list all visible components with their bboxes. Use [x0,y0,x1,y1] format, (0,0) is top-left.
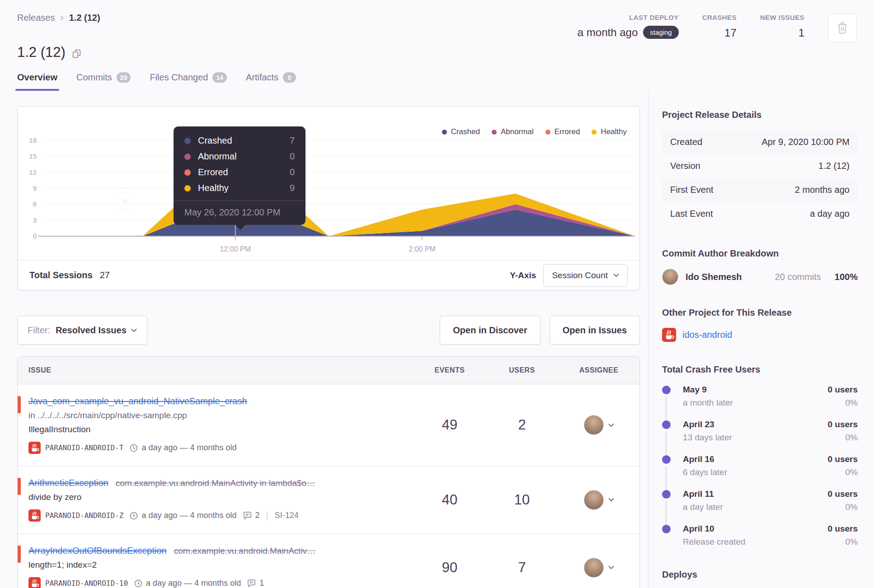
detail-value: 2 months ago [795,185,850,195]
project-badge[interactable]: PARANOID-ANDROID-10 [28,577,128,588]
chevron-down-icon [131,328,137,332]
timeline-desc: 6 days later [683,467,727,477]
chevron-down-icon [608,565,614,569]
timeline-desc: Release created [683,537,745,547]
detail-value: 1.2 (12) [818,161,850,171]
tooltip-row-errored: Errored 0 [184,167,295,177]
legend-item-crashed[interactable]: Crashed [442,127,480,136]
svg-text:12: 12 [29,168,37,176]
issue-row: Java_com_example_vu_android_NativeSample… [18,384,639,466]
yaxis-select-dropdown[interactable]: Session Count [543,264,628,287]
issue-age: a day ago — 4 months old [134,579,241,588]
legend-item-errored[interactable]: Errored [545,127,580,136]
tab-count-badge: 0 [283,72,296,83]
tooltip-arrow [235,225,245,230]
project-badge[interactable]: PARANOID-ANDROID-T [28,442,123,454]
copy-version-icon[interactable] [72,49,81,58]
crashes-value: 17 [702,27,737,39]
series-dot-icon [184,154,191,160]
timeline-percent: 0% [846,467,858,477]
issue-age: a day ago — 4 months old [130,443,236,453]
open-in-discover-button[interactable]: Open in Discover [440,316,540,345]
breadcrumb-releases-link[interactable]: Releases [17,13,55,23]
legend-item-healthy[interactable]: Healthy [592,127,627,136]
assignee-dropdown[interactable] [558,466,639,533]
tab-artifacts[interactable]: Artifacts 0 [246,72,296,91]
timeline-entry: April 16 0 users 6 days later 0% [662,454,858,477]
timeline-date: April 16 [683,454,714,464]
series-dot-icon [184,169,191,176]
header-stats: LAST DEPLOY a month ago staging CRASHES … [578,12,857,91]
clock-icon [130,512,138,520]
issue-meta: PARANOID-ANDROID-Z a day ago — 4 months … [28,509,409,522]
delete-release-button[interactable] [828,14,857,42]
project-release-details-section: Project Release Details Created Apr 9, 2… [662,110,858,226]
timeline-desc: a day later [683,502,723,512]
issue-title-link[interactable]: ArithmeticException [28,478,108,488]
assignee-dropdown[interactable] [558,384,639,466]
tab-files-changed[interactable]: Files Changed 14 [150,72,227,91]
chart-tooltip: Crashed 7 Abnormal 0 Errored 0 Healthy 9… [174,126,305,225]
legend-dot-icon [545,130,550,135]
yaxis-selected-value: Session Count [552,271,608,280]
comment-count[interactable]: 1 [247,579,264,588]
timeline-entry: April 11 0 users a day later 0% [662,489,858,512]
comment-count[interactable]: 2 [243,511,260,520]
issues-table-header: ISSUE EVENTS USERS ASSIGNEE [18,357,639,384]
project-slug: PARANOID-ANDROID-T [45,443,123,452]
commit-author-section: Commit Author Breakdown Ido Shemesh 20 c… [662,248,858,285]
assignee-avatar [584,415,604,435]
issue-users-count: 2 [486,384,558,466]
tab-commits[interactable]: Commits 20 [76,72,131,91]
detail-label: First Event [670,185,714,195]
stat-new-issues: NEW ISSUES 1 [760,14,804,39]
author-percent: 100% [835,272,858,282]
issue-culprit: com.example.vu.android.MainActiv… [174,546,316,555]
header-left: Releases › 1.2 (12) 1.2 (12) Overview Co… [17,12,296,91]
project-slug: PARANOID-ANDROID-Z [45,511,123,520]
issue-annotation[interactable]: SI-124 [275,511,299,520]
column-assignee: ASSIGNEE [558,366,639,374]
timeline-entry: April 23 0 users 13 days later 0% [662,420,858,443]
legend-item-abnormal[interactable]: Abnormal [492,127,534,136]
tab-count-badge: 14 [212,72,227,83]
svg-text:15: 15 [29,152,37,160]
legend-dot-icon [492,130,497,135]
issue-events-count: 49 [414,384,486,466]
issue-message: divide by zero [28,490,409,504]
issue-events-count: 90 [414,534,486,588]
tab-overview[interactable]: Overview [17,72,57,91]
timeline-desc: a month later [683,398,733,408]
release-details-table: Created Apr 9, 2020 10:00 PM Version 1.2… [662,130,858,226]
last-deploy-label: LAST DEPLOY [578,14,679,21]
section-heading: Total Crash Free Users [662,364,858,375]
timeline-percent: 0% [846,537,858,547]
assignee-avatar [584,490,604,510]
issues-filter-dropdown[interactable]: Filter: Resolved Issues [17,316,147,345]
project-badge[interactable]: PARANOID-ANDROID-Z [28,509,123,522]
issue-events-count: 40 [414,466,486,533]
issue-meta: PARANOID-ANDROID-T a day ago — 4 months … [28,442,409,454]
timeline-users: 0 users [827,385,858,395]
timeline-users: 0 users [827,454,858,464]
detail-row-last-event: Last Event a day ago [662,202,858,226]
section-heading: Project Release Details [662,110,858,120]
tab-count-badge: 20 [117,72,131,83]
issue-row: ArrayIndexOutOfBoundsExceptioncom.exampl… [18,534,639,588]
other-project-link[interactable]: idos-android [682,330,732,340]
project-slug: PARANOID-ANDROID-10 [45,579,128,588]
release-page: Releases › 1.2 (12) 1.2 (12) Overview Co… [0,0,874,588]
author-name: Ido Shemesh [686,272,775,282]
open-in-issues-button[interactable]: Open in Issues [550,316,640,345]
assignee-dropdown[interactable] [558,534,639,588]
assignee-avatar [584,558,604,578]
tooltip-row-abnormal: Abnormal 0 [184,151,295,162]
issue-title-link[interactable]: Java_com_example_vu_android_NativeSample… [28,396,247,406]
breadcrumb-current: 1.2 (12) [69,13,100,23]
detail-row-first-event: First Event 2 months ago [662,178,858,202]
java-platform-icon [28,577,41,588]
other-project-section: Other Project for This Release idos-andr… [662,308,858,342]
section-heading: Commit Author Breakdown [662,248,858,259]
issue-title-link[interactable]: ArrayIndexOutOfBoundsException [28,546,167,555]
issues-toolbar: Filter: Resolved Issues Open in Discover… [17,316,640,345]
